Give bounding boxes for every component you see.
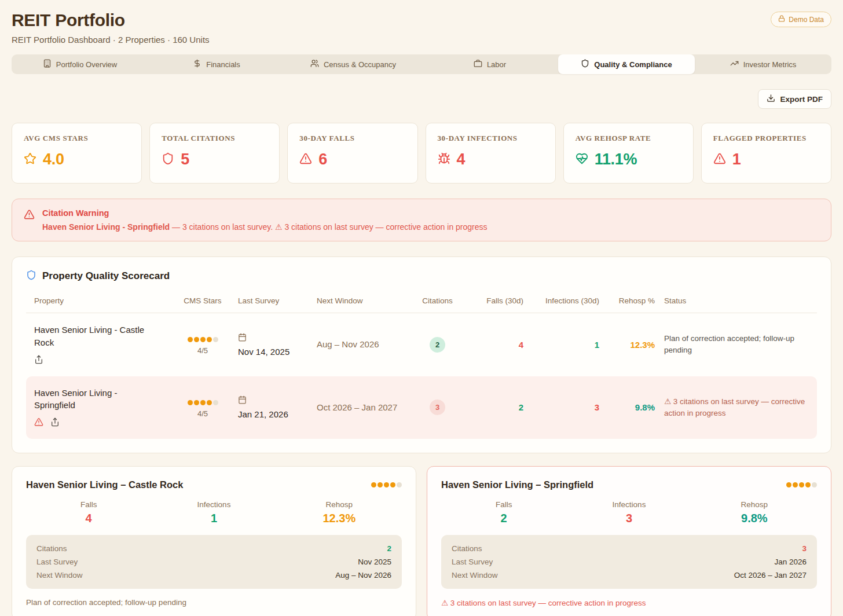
stat-value: 11.1% — [595, 151, 637, 168]
metric-rehosp: Rehosp 9.8% — [692, 500, 817, 525]
table-row: Haven Senior Living - Castle Rock 4/5 No… — [26, 313, 817, 376]
cms-stars-label: 4/5 — [177, 346, 229, 355]
table-row: Haven Senior Living - Springfield 4/5 Ja… — [26, 376, 817, 439]
dollar-icon — [193, 59, 201, 69]
rehosp-value: 9.8% — [609, 402, 655, 412]
column-header-cms-stars: CMS Stars — [177, 296, 229, 305]
download-icon — [767, 94, 775, 104]
shield-icon — [26, 270, 36, 283]
infections-value: 1 — [533, 340, 599, 350]
tab-label: Portfolio Overview — [56, 60, 117, 69]
stat-label: FLAGGED PROPERTIES — [713, 134, 819, 143]
metric-value: 12.3% — [277, 512, 402, 525]
tab-investor-metrics[interactable]: Investor Metrics — [695, 54, 831, 74]
table-header: Property CMS Stars Last Survey Next Wind… — [26, 296, 817, 313]
detail-value: Oct 2026 – Jan 2027 — [734, 571, 807, 580]
tab-label: Quality & Compliance — [594, 60, 672, 69]
stat-label: TOTAL CITATIONS — [162, 134, 267, 143]
detail-row-next-window: Next Window Aug – Nov 2026 — [36, 569, 391, 582]
next-window: Aug – Nov 2026 — [317, 338, 404, 351]
metric-label: Falls — [441, 500, 566, 509]
property-cards-row: Haven Senior Living – Castle Rock Falls … — [12, 466, 831, 616]
metric-label: Infections — [151, 500, 276, 509]
stat-label: 30-DAY INFECTIONS — [438, 134, 544, 143]
property-quality-scorecard: Property Quality Scorecard Property CMS … — [12, 256, 831, 453]
metric-rehosp: Rehosp 12.3% — [277, 500, 402, 525]
cms-stars-rating — [371, 482, 402, 487]
column-header-property: Property — [34, 296, 167, 305]
page-header: REIT Portfolio REIT Portfolio Dashboard … — [12, 10, 831, 45]
star-icon — [24, 152, 36, 167]
detail-row-last-survey: Last Survey Jan 2026 — [452, 555, 807, 569]
tab-bar: Portfolio Overview Financials Census & O… — [12, 54, 831, 74]
stat-card-avg-rehosp-rate: AVG REHOSP RATE 11.1% — [563, 123, 694, 184]
property-detail-box: Citations 2 Last Survey Nov 2025 Next Wi… — [26, 535, 402, 589]
stat-card-total-citations: TOTAL CITATIONS 5 — [149, 123, 280, 184]
tab-quality-compliance[interactable]: Quality & Compliance — [558, 54, 695, 74]
column-header-infections: Infections (30d) — [533, 296, 599, 305]
demo-data-label: Demo Data — [789, 16, 824, 24]
calendar-icon — [238, 333, 247, 343]
upload-icon[interactable] — [50, 417, 60, 428]
banner-text: Citation Warning Haven Senior Living - S… — [42, 208, 488, 232]
cms-stars-label: 4/5 — [177, 409, 229, 418]
property-card-title: Haven Senior Living – Castle Rock — [26, 479, 183, 490]
stat-label: 30-DAY FALLS — [299, 134, 405, 143]
trending-up-icon — [730, 59, 739, 69]
infections-value: 3 — [533, 402, 599, 412]
citation-warning-banner: Citation Warning Haven Senior Living - S… — [12, 199, 831, 241]
export-pdf-button[interactable]: Export PDF — [758, 89, 831, 109]
cms-stars-rating — [188, 337, 218, 342]
detail-label: Last Survey — [36, 558, 78, 566]
citations-badge: 2 — [430, 337, 445, 353]
detail-row-last-survey: Last Survey Nov 2025 — [36, 555, 391, 569]
metric-value: 2 — [441, 512, 566, 525]
tab-labor[interactable]: Labor — [422, 54, 558, 74]
last-survey-date: Nov 14, 2025 — [238, 347, 307, 357]
warning-icon — [24, 209, 35, 232]
stat-label: AVG CMS STARS — [24, 134, 130, 143]
export-pdf-label: Export PDF — [780, 95, 823, 104]
falls-value: 2 — [471, 402, 523, 412]
detail-label: Citations — [452, 544, 482, 553]
stat-value: 4.0 — [43, 151, 64, 168]
detail-label: Next Window — [36, 571, 83, 580]
property-card-springfield: Haven Senior Living – Springfield Falls … — [427, 466, 831, 616]
tab-label: Investor Metrics — [743, 60, 797, 69]
cms-stars-rating — [188, 400, 218, 405]
banner-message-text: — 3 citations on last survey. ⚠ 3 citati… — [172, 222, 488, 232]
stat-value: 5 — [181, 151, 189, 168]
last-survey-date: Jan 21, 2026 — [238, 409, 307, 419]
metric-value: 3 — [566, 512, 691, 525]
stat-value: 1 — [732, 151, 741, 168]
metric-falls: Falls 2 — [441, 500, 566, 525]
upload-icon[interactable] — [34, 355, 43, 366]
shield-icon — [581, 59, 589, 69]
demo-data-badge: Demo Data — [771, 12, 831, 27]
page-title: REIT Portfolio — [12, 10, 210, 30]
property-card-note: Plan of correction accepted; follow-up p… — [26, 598, 402, 607]
tab-census-occupancy[interactable]: Census & Occupancy — [285, 54, 422, 74]
tab-financials[interactable]: Financials — [148, 54, 285, 74]
lock-icon — [778, 15, 785, 24]
property-name: Haven Senior Living - Springfield — [34, 387, 159, 412]
metric-value: 1 — [151, 512, 276, 525]
property-card-note: ⚠ 3 citations on last survey — correctiv… — [441, 598, 817, 607]
property-card-castle-rock: Haven Senior Living – Castle Rock Falls … — [12, 466, 416, 616]
tab-label: Financials — [206, 60, 240, 69]
page-subtitle: REIT Portfolio Dashboard · 2 Properties … — [12, 35, 210, 45]
metric-infections: Infections 1 — [151, 500, 276, 525]
banner-message: Haven Senior Living - Springfield — 3 ci… — [42, 222, 488, 232]
cms-stars-rating — [786, 482, 817, 487]
status-text: Plan of correction accepted; follow-up p… — [664, 333, 809, 357]
detail-label: Citations — [36, 544, 67, 553]
detail-value: Nov 2025 — [358, 558, 391, 566]
stat-value: 4 — [457, 151, 466, 168]
detail-row-citations: Citations 2 — [36, 542, 391, 555]
citations-badge: 3 — [430, 399, 445, 415]
dashboard-page: REIT Portfolio REIT Portfolio Dashboard … — [0, 0, 843, 616]
falls-value: 4 — [471, 340, 523, 350]
column-header-next-window: Next Window — [317, 296, 404, 305]
tab-portfolio-overview[interactable]: Portfolio Overview — [12, 54, 148, 74]
column-header-falls: Falls (30d) — [471, 296, 523, 305]
